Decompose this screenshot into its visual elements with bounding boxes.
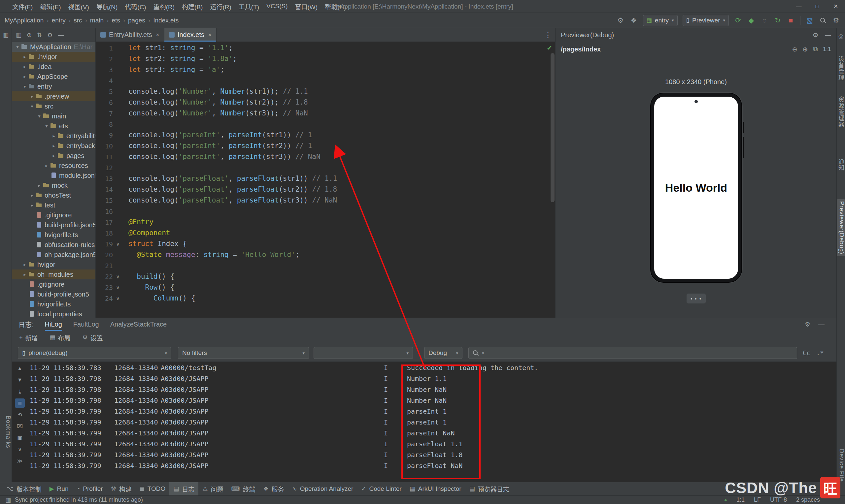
tree-chevron-icon[interactable]: ▾ [36, 113, 43, 119]
code-line[interactable]: let str2: string = '1.8a'; [128, 53, 549, 64]
code-line[interactable]: console.log('parseFloat', parseFloat(str… [128, 195, 549, 206]
right-strip-tab-item[interactable]: 设备管理 [837, 54, 845, 83]
log-row[interactable]: 11-29 11:58:39.79912684-13340A03d00/JSAP… [30, 460, 833, 471]
menu-r[interactable]: 重构(R) [150, 0, 178, 13]
services-button[interactable]: ❖服务 [260, 482, 288, 496]
tree-item-build-profile-json5[interactable]: build-profile.json5 [12, 220, 95, 230]
arkui-inspector-button[interactable]: ▦ArkUI Inspector [406, 482, 465, 496]
scroll-to-end-icon[interactable]: ⤓ [15, 387, 25, 396]
tree-item-ohostest[interactable]: ▸ohosTest [12, 190, 95, 200]
code-line[interactable]: @State message: string = 'Hello World'; [128, 249, 549, 260]
breadcrumb-ets[interactable]: ets [111, 17, 120, 24]
log-row[interactable]: 11-29 11:58:39.79912684-13340A03d00/JSAP… [30, 406, 833, 417]
problems-button[interactable]: ⚠问题 [198, 482, 227, 496]
tree-item-preview[interactable]: ▸.preview [12, 91, 95, 101]
breadcrumb-index-ets[interactable]: Index.ets [153, 17, 179, 24]
tree-chevron-icon[interactable]: ▸ [21, 64, 29, 69]
restart-log-icon[interactable]: ⟲ [15, 410, 25, 419]
close-button[interactable]: ✕ [827, 0, 845, 13]
editor-tab-entryability-ets[interactable]: EntryAbility.ets× [96, 28, 164, 41]
tree-chevron-icon[interactable]: ▾ [14, 44, 21, 50]
run-button[interactable]: ▶Run [46, 482, 73, 496]
previewer-more-button[interactable]: • • • [687, 293, 706, 304]
log-button[interactable]: ▤日志 [169, 482, 198, 496]
code-line[interactable]: console.log('Number', Number(str3)); // … [128, 108, 549, 119]
breadcrumb-src[interactable]: src [74, 17, 82, 24]
tree-item-gitignore[interactable]: .gitignore [12, 210, 95, 220]
tree-item-ets[interactable]: ▾ets [12, 121, 95, 131]
code-line[interactable]: console.log('Number', Number(str2)); // … [128, 97, 549, 108]
tree-chevron-icon[interactable]: ▾ [29, 104, 36, 109]
version-control-button[interactable]: ⌥版本控制 [3, 482, 46, 496]
log-settings-button[interactable]: ⚙设置 [83, 333, 103, 342]
layout-button[interactable]: ▦布局 [50, 333, 71, 342]
device-filter-dropdown[interactable]: ▯ phone(debug) ▾ [18, 347, 171, 359]
tree-chevron-icon[interactable]: ▸ [29, 193, 36, 198]
bookmarks-tab[interactable]: Bookmarks [0, 414, 12, 450]
log-tab-hilog[interactable]: HiLog [45, 318, 62, 331]
debug-icon[interactable]: ◆ [747, 16, 756, 25]
log-settings-icon[interactable]: ⚙ [805, 321, 810, 328]
tree-chevron-icon[interactable]: ▸ [29, 202, 36, 208]
maximize-button[interactable]: □ [808, 0, 827, 13]
tab-options-icon[interactable]: ⋮ [544, 28, 552, 42]
tree-item-local-properties[interactable]: local.properties [12, 309, 95, 318]
right-strip-tab-item[interactable]: 资源管理器 [837, 94, 845, 130]
tree-chevron-icon[interactable]: ▸ [21, 74, 29, 79]
code-line[interactable]: console.log('Number', Number(str1)); // … [128, 86, 549, 97]
tree-item-obfuscation-rules-txt[interactable]: obfuscation-rules.txt [12, 240, 95, 250]
menu-r[interactable]: 运行(R) [206, 0, 235, 13]
menu-f[interactable]: 文件(F) [8, 0, 36, 13]
menu-w[interactable]: 窗口(W) [291, 0, 321, 13]
previewer-settings-icon[interactable]: ⚙ [813, 31, 818, 39]
tree-item-hvigorfile-ts[interactable]: hvigorfile.ts [12, 299, 95, 309]
tree-chevron-icon[interactable]: ▸ [36, 183, 43, 188]
code-line[interactable]: console.log('parseInt', parseInt(str3)) … [128, 151, 549, 162]
soft-wrap-icon[interactable]: ≣ [15, 398, 25, 408]
build-button[interactable]: ⚒构建 [107, 482, 136, 496]
log-level-dropdown[interactable]: Debug ▾ [424, 347, 462, 359]
tree-chevron-icon[interactable]: ▸ [50, 133, 57, 139]
device-file-browser-icon[interactable]: ▧ [805, 16, 814, 25]
code-line[interactable]: let str1: string = '1.1'; [128, 42, 549, 53]
scroll-up-icon[interactable]: ▲ [15, 364, 25, 373]
code-line[interactable]: console.log('parseFloat', parseFloat(str… [128, 173, 549, 184]
tree-chevron-icon[interactable]: ▸ [29, 94, 36, 99]
code-line[interactable]: struct Index { [128, 238, 549, 249]
code-line[interactable]: Row() { [128, 282, 549, 293]
tree-item-module-json5[interactable]: module.json5 [12, 170, 95, 180]
code-line[interactable]: console.log('parseInt', parseInt(str1)) … [128, 130, 549, 141]
tree-item-mock[interactable]: ▸mock [12, 180, 95, 190]
open-in-window-icon[interactable]: ⧉ [813, 46, 817, 53]
phone-screen[interactable]: Hello World [654, 97, 738, 279]
code-line[interactable]: build() { [128, 271, 549, 282]
tree-chevron-icon[interactable]: ▸ [21, 54, 29, 59]
scroll-down-icon[interactable]: ▼ [15, 375, 25, 384]
code-line[interactable] [128, 75, 549, 86]
tree-item-build-profile-json5[interactable]: build-profile.json5 [12, 289, 95, 299]
view-options-icon[interactable]: ▥ [16, 31, 21, 39]
match-case-toggle[interactable]: Cc [803, 349, 810, 357]
code-line[interactable] [128, 119, 549, 130]
code-line[interactable] [128, 162, 549, 173]
add-filter-button[interactable]: +新增 [19, 333, 38, 342]
expand-all-icon[interactable]: ⇅ [37, 31, 42, 39]
code-linter-button[interactable]: ✓Code Linter [357, 482, 405, 496]
tree-item-entry[interactable]: ▾entry [12, 82, 95, 91]
hide-previewer-icon[interactable]: — [825, 31, 831, 39]
breadcrumb-main[interactable]: main [90, 17, 104, 24]
attach-debugger-icon[interactable]: ◌ [760, 16, 769, 25]
tree-item-src[interactable]: ▾src [12, 101, 95, 111]
code-line[interactable]: console.log('parseFloat', parseFloat(str… [128, 184, 549, 195]
tree-item-idea[interactable]: ▸.idea [12, 62, 95, 72]
previewer-log-button[interactable]: ▤预览器日志 [465, 482, 513, 496]
tree-chevron-icon[interactable]: ▸ [50, 153, 57, 158]
sync-icon[interactable]: ⟳ [734, 16, 742, 25]
stop-icon[interactable]: ■ [787, 16, 795, 25]
menu-e[interactable]: 编辑(E) [36, 0, 64, 13]
menu-t[interactable]: 工具(T) [235, 0, 263, 13]
clear-log-icon[interactable]: ⌧ [15, 421, 25, 431]
panel-settings-icon[interactable]: ⚙ [47, 31, 52, 39]
collapse-icon[interactable]: ∨ [15, 445, 25, 454]
tree-chevron-icon[interactable]: ▸ [21, 262, 29, 267]
